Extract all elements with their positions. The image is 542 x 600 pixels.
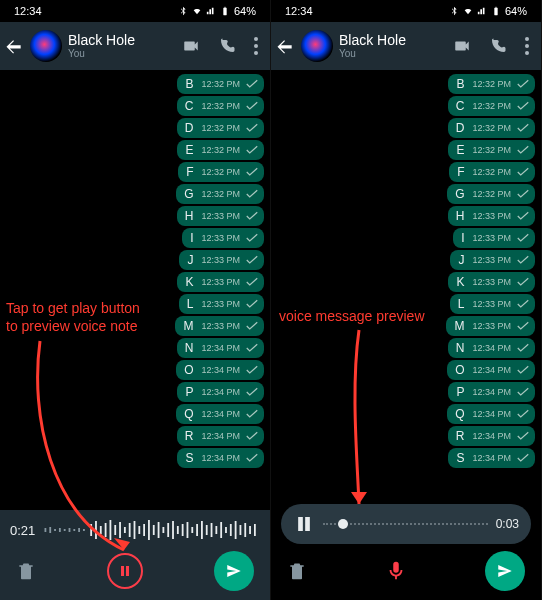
preview-time: 0:03 [496,517,519,531]
message-bubble[interactable]: B12:32 PM [448,74,535,94]
message-text: H [456,209,465,223]
message-text: Q [455,407,464,421]
more-icon[interactable] [254,37,258,55]
message-bubble[interactable]: N12:34 PM [177,338,264,358]
message-text: D [456,121,465,135]
send-button[interactable] [214,551,254,591]
message-bubble[interactable]: N12:34 PM [448,338,535,358]
video-call-icon[interactable] [182,37,200,55]
message-time: 12:32 PM [472,101,511,111]
message-bubble[interactable]: D12:32 PM [448,118,535,138]
message-bubble[interactable]: P12:34 PM [177,382,264,402]
check-icon [517,123,529,133]
message-time: 12:33 PM [472,299,511,309]
message-bubble[interactable]: H12:33 PM [448,206,535,226]
status-icons: 64% [449,5,527,17]
message-text: F [457,165,464,179]
mic-icon[interactable] [385,560,407,582]
message-bubble[interactable]: D12:32 PM [177,118,264,138]
message-bubble[interactable]: O12:34 PM [447,360,535,380]
phone-left: 12:34 64% Black Hole You B12:32 PMC12:32… [0,0,271,600]
message-bubble[interactable]: J12:33 PM [450,250,535,270]
message-time: 12:32 PM [472,123,511,133]
trash-icon[interactable] [16,561,36,581]
contact-name: Black Hole [68,33,176,48]
message-bubble[interactable]: C12:32 PM [448,96,535,116]
message-bubble[interactable]: E12:32 PM [177,140,264,160]
message-bubble[interactable]: P12:34 PM [448,382,535,402]
svg-point-50 [525,44,529,48]
message-bubble[interactable]: J12:33 PM [179,250,264,270]
preview-thumb[interactable] [338,519,348,529]
back-icon[interactable] [4,36,24,56]
check-icon [517,233,529,243]
message-bubble[interactable]: G12:32 PM [176,184,264,204]
message-text: C [185,99,194,113]
recording-timer: 0:21 [10,523,35,538]
message-bubble[interactable]: Q12:34 PM [176,404,264,424]
message-bubble[interactable]: F12:32 PM [449,162,535,182]
message-time: 12:34 PM [472,343,511,353]
preview-track[interactable] [323,515,488,533]
message-bubble[interactable]: S12:34 PM [177,448,264,468]
message-time: 12:33 PM [201,321,240,331]
message-bubble[interactable]: S12:34 PM [448,448,535,468]
trash-icon[interactable] [287,561,307,581]
more-icon[interactable] [525,37,529,55]
avatar[interactable] [301,30,333,62]
message-list[interactable]: B12:32 PMC12:32 PMD12:32 PME12:32 PMF12:… [271,70,541,496]
message-bubble[interactable]: O12:34 PM [176,360,264,380]
contact-name: Black Hole [339,33,447,48]
chat-title[interactable]: Black Hole You [339,33,447,59]
message-bubble[interactable]: C12:32 PM [177,96,264,116]
message-time: 12:33 PM [201,299,240,309]
check-icon [246,189,258,199]
send-button[interactable] [485,551,525,591]
check-icon [517,167,529,177]
message-bubble[interactable]: G12:32 PM [447,184,535,204]
chat-title[interactable]: Black Hole You [68,33,176,59]
wifi-icon [192,6,202,16]
avatar[interactable] [30,30,62,62]
check-icon [517,409,529,419]
video-call-icon[interactable] [453,37,471,55]
waveform[interactable] [43,518,260,542]
message-time: 12:32 PM [201,79,240,89]
message-bubble[interactable]: H12:33 PM [177,206,264,226]
message-bubble[interactable]: R12:34 PM [177,426,264,446]
message-bubble[interactable]: M12:33 PM [446,316,535,336]
message-bubble[interactable]: B12:32 PM [177,74,264,94]
message-bubble[interactable]: L12:33 PM [179,294,264,314]
message-list[interactable]: B12:32 PMC12:32 PMD12:32 PME12:32 PMF12:… [0,70,270,510]
message-bubble[interactable]: L12:33 PM [450,294,535,314]
message-bubble[interactable]: I12:33 PM [453,228,535,248]
message-bubble[interactable]: E12:32 PM [448,140,535,160]
message-text: S [185,451,193,465]
back-icon[interactable] [275,36,295,56]
message-time: 12:34 PM [472,453,511,463]
message-bubble[interactable]: K12:33 PM [448,272,535,292]
message-text: J [187,253,193,267]
message-bubble[interactable]: Q12:34 PM [447,404,535,424]
preview-pause-button[interactable] [293,517,315,531]
message-time: 12:33 PM [472,211,511,221]
check-icon [246,343,258,353]
check-icon [246,365,258,375]
status-bar: 12:34 64% [0,0,270,22]
message-text: E [185,143,193,157]
signal-icon [206,6,216,16]
check-icon [246,453,258,463]
call-icon[interactable] [489,37,507,55]
message-time: 12:34 PM [201,453,240,463]
message-bubble[interactable]: K12:33 PM [177,272,264,292]
check-icon [517,365,529,375]
message-bubble[interactable]: F12:32 PM [178,162,264,182]
pause-button[interactable] [107,553,143,589]
message-bubble[interactable]: R12:34 PM [448,426,535,446]
call-icon[interactable] [218,37,236,55]
message-time: 12:34 PM [201,431,240,441]
check-icon [246,145,258,155]
message-bubble[interactable]: I12:33 PM [182,228,264,248]
message-text: L [458,297,465,311]
message-bubble[interactable]: M12:33 PM [175,316,264,336]
